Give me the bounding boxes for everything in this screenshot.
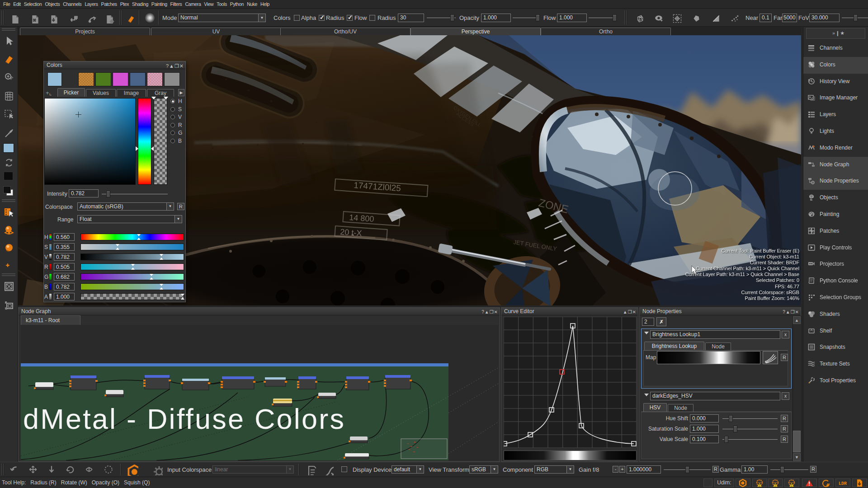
svg-text:LDR: LDR (839, 481, 847, 486)
svg-text:20 t-X: 20 t-X (340, 227, 362, 238)
svg-text:dMetal - Diffuse Colors: dMetal - Diffuse Colors (23, 403, 345, 435)
svg-text:14 800: 14 800 (349, 213, 374, 224)
